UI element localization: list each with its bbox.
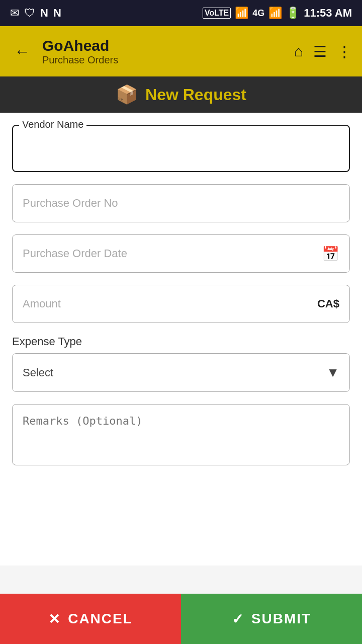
home-icon[interactable]: ⌂: [294, 43, 303, 60]
cancel-icon: ✕: [48, 611, 61, 627]
purchase-order-no-group: [12, 184, 350, 222]
app-name: GoAhead: [42, 37, 286, 54]
vendor-name-wrapper: Vendor Name: [12, 125, 350, 172]
status-bar-right: VoLTE 📶 4G 📶 🔋 11:53 AM: [203, 7, 352, 20]
more-icon[interactable]: ⋮: [337, 43, 352, 60]
remarks-wrapper: [12, 404, 350, 465]
purchase-order-no-wrapper: [12, 184, 350, 222]
page-header-title: New Request: [145, 86, 246, 104]
status-bar: ✉ 🛡 N N VoLTE 📶 4G 📶 🔋 11:53 AM: [0, 0, 362, 26]
amount-group: CA$: [12, 285, 350, 323]
remarks-group: [12, 404, 350, 465]
purchase-order-date-wrapper: 📅: [12, 234, 350, 273]
n-icon-2: N: [53, 7, 61, 20]
amount-input[interactable]: [13, 285, 349, 323]
expense-type-select[interactable]: Select ▼: [12, 353, 350, 392]
submit-icon: ✓: [232, 611, 244, 627]
vendor-name-label: Vendor Name: [19, 119, 86, 130]
cancel-button[interactable]: ✕ CANCEL: [0, 594, 181, 644]
submit-button[interactable]: ✓ SUBMIT: [181, 594, 362, 644]
signal-icon: 📶: [268, 7, 282, 20]
remarks-input[interactable]: [13, 405, 349, 465]
app-bar: ← GoAhead Purchase Orders ⌂ ☰ ⋮: [0, 26, 362, 76]
status-bar-left: ✉ 🛡 N N: [10, 7, 61, 20]
app-bar-title: GoAhead Purchase Orders: [42, 37, 286, 66]
menu-icon[interactable]: ☰: [313, 43, 327, 60]
calendar-icon[interactable]: 📅: [322, 246, 339, 262]
expense-type-group: Expense Type Select ▼: [12, 335, 350, 392]
purchase-order-no-input[interactable]: [13, 185, 349, 222]
expense-type-value: Select: [23, 366, 53, 379]
wifi-icon: 📶: [235, 7, 248, 20]
page-header: 📦 New Request: [0, 76, 362, 113]
amount-suffix: CA$: [317, 297, 339, 310]
volte-label: VoLTE: [203, 8, 231, 19]
vendor-name-group: Vendor Name: [12, 125, 350, 172]
expense-type-label: Expense Type: [12, 335, 350, 348]
n-icon-1: N: [40, 7, 48, 20]
amount-wrapper: CA$: [12, 285, 350, 323]
mail-icon: ✉: [10, 7, 19, 20]
shield-icon: 🛡: [24, 7, 35, 20]
cancel-label: CANCEL: [68, 611, 133, 627]
battery-icon: 🔋: [286, 7, 300, 20]
bottom-buttons: ✕ CANCEL ✓ SUBMIT: [0, 594, 362, 644]
page-header-icon: 📦: [116, 84, 138, 105]
dropdown-arrow-icon: ▼: [326, 365, 339, 380]
vendor-name-input[interactable]: [23, 133, 339, 161]
app-subtitle: Purchase Orders: [42, 54, 286, 66]
form-container: Vendor Name 📅 CA$ Expense Type Select ▼: [0, 113, 362, 566]
submit-label: SUBMIT: [251, 611, 311, 627]
app-bar-icons: ⌂ ☰ ⋮: [294, 43, 352, 60]
4g-label: 4G: [252, 8, 264, 19]
back-button[interactable]: ←: [10, 38, 34, 65]
purchase-order-date-input[interactable]: [13, 235, 349, 272]
time-display: 11:53 AM: [304, 7, 352, 20]
purchase-order-date-group: 📅: [12, 234, 350, 273]
